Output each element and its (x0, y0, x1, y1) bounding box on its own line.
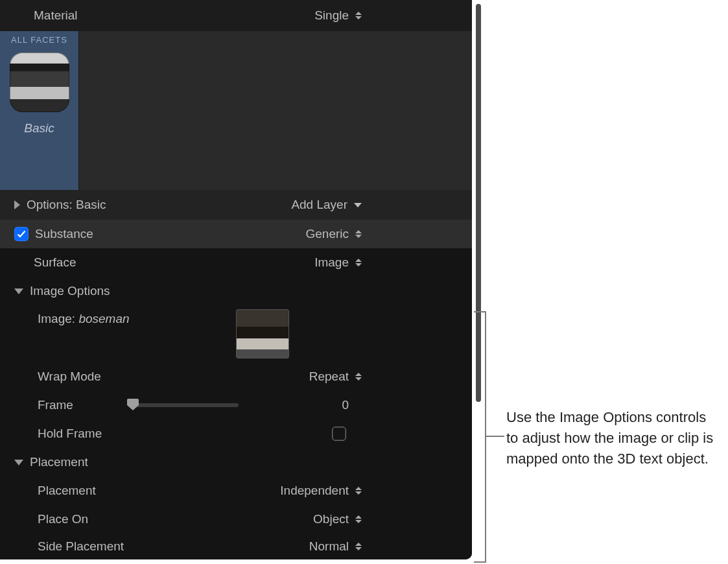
facet-tile[interactable]: ALL FACETS Basic (0, 31, 79, 190)
stepper-icon (355, 230, 362, 238)
stepper-icon (355, 259, 362, 266)
inspector-panel: Material Single ALL FACETS Basic Options… (0, 0, 472, 559)
scrollbar-thumb[interactable] (476, 4, 481, 402)
frame-row: Frame 0 (0, 391, 472, 419)
facet-header: ALL FACETS (11, 31, 67, 47)
stepper-icon (355, 515, 362, 523)
slider-thumb-icon[interactable] (127, 399, 139, 410)
placement-value: Independent (280, 484, 349, 498)
callout-text: Use the Image Options controls to adjust… (506, 407, 720, 469)
place-on-popup[interactable]: Object (313, 512, 362, 526)
surface-label: Surface (34, 255, 76, 270)
image-options-row: Image Options (0, 277, 472, 305)
wrap-mode-row: Wrap Mode Repeat (0, 362, 472, 391)
stepper-icon (355, 12, 362, 19)
image-label: Image: boseman (38, 308, 130, 326)
side-placement-value: Normal (309, 539, 349, 554)
stepper-icon (355, 487, 362, 495)
image-row: Image: boseman (0, 305, 472, 362)
material-row: Material Single (0, 0, 472, 31)
stepper-icon (355, 373, 362, 381)
scrollbar[interactable] (475, 4, 482, 514)
disclosure-down-icon[interactable] (14, 460, 23, 465)
facet-thumbnail (10, 53, 69, 112)
placement-label: Placement (38, 484, 96, 498)
options-label: Options: Basic (27, 198, 106, 212)
substance-value: Generic (305, 227, 349, 241)
disclosure-down-icon[interactable] (14, 288, 23, 294)
substance-label: Substance (35, 227, 93, 241)
frame-slider[interactable] (128, 403, 239, 407)
side-placement-label: Side Placement (38, 539, 124, 554)
callout-bracket-icon (474, 561, 486, 563)
image-name: boseman (78, 312, 129, 325)
place-on-label: Place On (38, 512, 88, 526)
place-on-value: Object (313, 512, 349, 526)
place-on-row: Place On Object (0, 505, 472, 534)
facets-area: ALL FACETS Basic (0, 31, 472, 190)
frame-value[interactable]: 0 (323, 398, 349, 412)
callout-bracket-icon (474, 311, 486, 312)
substance-popup[interactable]: Generic (305, 227, 362, 241)
hold-frame-label: Hold Frame (38, 427, 102, 441)
add-layer-popup[interactable]: Add Layer (291, 198, 362, 212)
placement-section-row: Placement (0, 448, 472, 476)
side-placement-row: Side Placement Normal (0, 534, 472, 559)
callout-bracket-icon (485, 311, 486, 563)
surface-value: Image (314, 255, 349, 270)
stepper-icon (355, 543, 362, 550)
annotation-area: Use the Image Options controls to adjust… (484, 0, 728, 559)
placement-popup[interactable]: Independent (280, 484, 362, 498)
wrap-mode-value: Repeat (309, 370, 349, 384)
substance-checkbox[interactable] (14, 227, 29, 241)
surface-popup[interactable]: Image (314, 255, 362, 270)
chevron-down-icon (354, 203, 362, 207)
wrap-mode-label: Wrap Mode (38, 370, 101, 384)
placement-section-label: Placement (30, 455, 88, 469)
callout-lead-icon (486, 436, 504, 437)
wrap-mode-popup[interactable]: Repeat (309, 370, 362, 384)
facet-name: Basic (24, 121, 54, 135)
hold-frame-checkbox[interactable] (332, 427, 346, 441)
options-row: Options: Basic Add Layer (0, 190, 472, 220)
hold-frame-row: Hold Frame (0, 419, 472, 448)
material-value: Single (314, 8, 349, 23)
substance-row: Substance Generic (0, 220, 472, 248)
side-placement-popup[interactable]: Normal (309, 539, 362, 554)
disclosure-right-icon[interactable] (14, 200, 20, 209)
image-options-label: Image Options (30, 284, 110, 298)
placement-row: Placement Independent (0, 476, 472, 505)
image-well[interactable] (236, 309, 289, 358)
frame-label: Frame (38, 398, 128, 412)
add-layer-label: Add Layer (291, 198, 347, 212)
checkmark-icon (16, 229, 27, 239)
surface-row: Surface Image (0, 248, 472, 277)
image-prefix: Image: (38, 312, 78, 325)
material-popup[interactable]: Single (314, 8, 362, 23)
material-label: Material (34, 8, 78, 23)
